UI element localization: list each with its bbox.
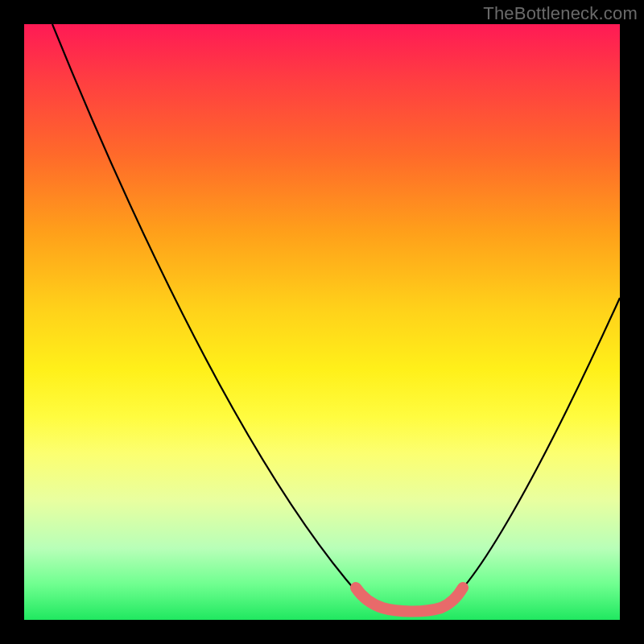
curve-left bbox=[52, 24, 386, 609]
curve-right bbox=[443, 298, 620, 607]
bottleneck-curve-svg bbox=[24, 24, 620, 620]
chart-frame: TheBottleneck.com bbox=[0, 0, 644, 644]
sweet-spot-highlight bbox=[356, 588, 463, 612]
plot-area bbox=[24, 24, 620, 620]
watermark-text: TheBottleneck.com bbox=[483, 3, 638, 24]
